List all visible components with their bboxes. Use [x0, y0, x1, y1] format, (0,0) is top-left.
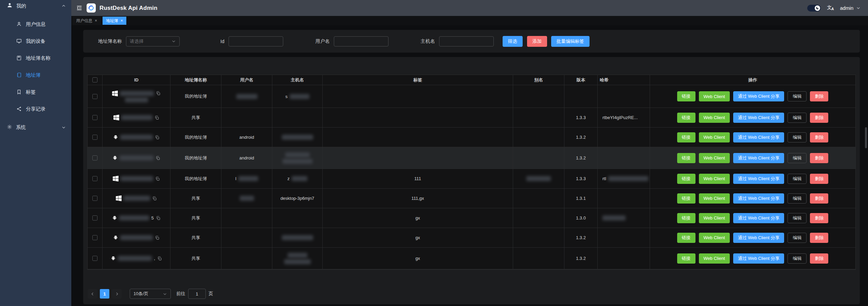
windows-icon: [116, 195, 122, 201]
link-button[interactable]: 链接: [677, 174, 695, 184]
goto-page-input[interactable]: [188, 289, 206, 299]
row-checkbox[interactable]: [92, 196, 97, 201]
copy-icon[interactable]: [155, 176, 160, 181]
page-number-button[interactable]: 1: [100, 289, 109, 299]
link-button[interactable]: 链接: [677, 132, 695, 142]
copy-icon[interactable]: [156, 91, 161, 96]
web-client-button[interactable]: Web Client: [699, 132, 730, 142]
copy-icon[interactable]: [155, 235, 160, 240]
share-web-client-button[interactable]: 通过 Web Client 分享: [733, 213, 784, 223]
edit-button[interactable]: 编辑: [788, 91, 807, 101]
delete-button[interactable]: 删除: [810, 213, 828, 223]
batch-edit-tags-button[interactable]: 批量编辑标签: [551, 36, 590, 47]
copy-icon[interactable]: [152, 196, 157, 201]
edit-button[interactable]: 编辑: [788, 253, 807, 264]
delete-button[interactable]: 删除: [810, 174, 828, 184]
share-web-client-button[interactable]: 通过 Web Client 分享: [733, 153, 784, 163]
link-button[interactable]: 链接: [677, 113, 695, 123]
copy-icon[interactable]: [155, 135, 160, 140]
row-checkbox[interactable]: [92, 215, 97, 221]
android-icon: [112, 155, 117, 160]
row-checkbox[interactable]: [92, 135, 97, 140]
abname-filter-select[interactable]: 请选择: [126, 36, 180, 46]
moon-icon: [815, 5, 820, 11]
row-checkbox[interactable]: [92, 155, 97, 160]
delete-button[interactable]: 删除: [810, 132, 828, 142]
row-checkbox[interactable]: [92, 94, 97, 99]
copy-icon[interactable]: [157, 256, 162, 261]
web-client-button[interactable]: Web Client: [699, 174, 730, 184]
close-icon[interactable]: ×: [95, 19, 97, 23]
share-web-client-button[interactable]: 通过 Web Client 分享: [733, 132, 784, 142]
web-client-button[interactable]: Web Client: [699, 213, 730, 223]
edit-button[interactable]: 编辑: [788, 113, 807, 123]
redacted-text: [124, 196, 150, 201]
sidebar-item-3[interactable]: 地址簿: [0, 66, 71, 83]
delete-button[interactable]: 删除: [810, 113, 828, 123]
edit-button[interactable]: 编辑: [788, 213, 807, 223]
sidebar-item-0[interactable]: 用户信息: [0, 16, 71, 33]
link-button[interactable]: 链接: [677, 233, 695, 243]
language-icon[interactable]: 文A: [827, 5, 834, 11]
scrollbar-thumb[interactable]: [865, 127, 867, 148]
share-web-client-button[interactable]: 通过 Web Client 分享: [733, 174, 784, 184]
user-menu[interactable]: admin: [840, 5, 861, 11]
hostname-filter-input[interactable]: [439, 36, 494, 46]
edit-button[interactable]: 编辑: [788, 233, 807, 243]
edit-button[interactable]: 编辑: [788, 174, 807, 184]
username-filter-input[interactable]: [334, 36, 388, 46]
abname-filter-label: 地址簿名称: [98, 38, 122, 44]
edit-button[interactable]: 编辑: [788, 132, 807, 142]
delete-button[interactable]: 删除: [810, 153, 828, 163]
sidebar-item-4[interactable]: 标签: [0, 83, 71, 100]
share-web-client-button[interactable]: 通过 Web Client 分享: [733, 233, 784, 243]
link-button[interactable]: 链接: [677, 91, 695, 101]
sidebar-group-system[interactable]: 系统: [0, 119, 71, 136]
add-button[interactable]: 添加: [527, 36, 547, 47]
next-page-button[interactable]: [112, 289, 122, 299]
copy-icon[interactable]: [155, 115, 159, 120]
share-web-client-button[interactable]: 通过 Web Client 分享: [733, 91, 784, 101]
web-client-button[interactable]: Web Client: [699, 193, 730, 204]
prev-page-button[interactable]: [88, 289, 97, 299]
tab-1[interactable]: 地址簿×: [103, 17, 126, 25]
cell-version: 1.3.3: [564, 169, 598, 189]
web-client-button[interactable]: Web Client: [699, 253, 730, 264]
link-button[interactable]: 链接: [677, 153, 695, 163]
link-button[interactable]: 链接: [677, 193, 695, 204]
page-size-select[interactable]: 10条/页: [130, 289, 171, 299]
close-icon[interactable]: ×: [121, 19, 123, 23]
web-client-button[interactable]: Web Client: [699, 113, 730, 123]
select-all-checkbox[interactable]: [92, 77, 97, 82]
share-web-client-button[interactable]: 通过 Web Client 分享: [733, 193, 784, 204]
link-button[interactable]: 链接: [677, 213, 695, 223]
web-client-button[interactable]: Web Client: [699, 91, 730, 101]
copy-icon[interactable]: [156, 156, 160, 160]
filter-button[interactable]: 筛选: [503, 36, 523, 47]
row-checkbox[interactable]: [92, 115, 97, 120]
share-web-client-button[interactable]: 通过 Web Client 分享: [733, 113, 784, 123]
row-checkbox[interactable]: [92, 256, 97, 261]
menu-fold-icon[interactable]: [76, 5, 83, 11]
id-filter-label: Id: [220, 39, 224, 44]
delete-button[interactable]: 删除: [810, 91, 828, 101]
copy-icon[interactable]: [156, 216, 161, 221]
sidebar-group-my[interactable]: 我的: [0, 0, 71, 12]
share-web-client-button[interactable]: 通过 Web Client 分享: [733, 253, 784, 264]
tab-0[interactable]: 用户信息×: [73, 17, 101, 25]
delete-button[interactable]: 删除: [810, 253, 828, 264]
id-filter-input[interactable]: [229, 36, 283, 46]
link-button[interactable]: 链接: [677, 253, 695, 264]
delete-button[interactable]: 删除: [810, 193, 828, 204]
web-client-button[interactable]: Web Client: [699, 153, 730, 163]
delete-button[interactable]: 删除: [810, 233, 828, 243]
edit-button[interactable]: 编辑: [788, 153, 807, 163]
row-checkbox[interactable]: [92, 235, 97, 240]
sidebar-item-5[interactable]: 分享记录: [0, 100, 71, 117]
web-client-button[interactable]: Web Client: [699, 233, 730, 243]
sidebar-item-2[interactable]: 地址簿名称: [0, 50, 71, 66]
row-checkbox[interactable]: [92, 176, 97, 181]
sidebar-item-1[interactable]: 我的设备: [0, 33, 71, 50]
edit-button[interactable]: 编辑: [788, 193, 807, 204]
dark-mode-toggle[interactable]: [807, 5, 821, 12]
